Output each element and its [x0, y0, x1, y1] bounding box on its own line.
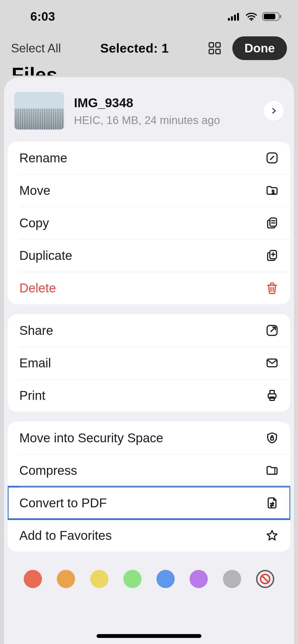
action-group: Move into Security SpaceCompressConvert …	[8, 422, 290, 552]
pencil-square-icon	[265, 151, 279, 165]
file-thumbnail	[14, 92, 64, 130]
archive-icon	[265, 464, 279, 477]
copy-row[interactable]: Copy	[8, 207, 290, 239]
tag-colors-row	[8, 562, 290, 588]
svg-rect-0	[228, 18, 230, 21]
email-row[interactable]: Email	[8, 347, 290, 379]
svg-marker-30	[267, 530, 277, 540]
action-group: ShareEmailPrint	[8, 314, 290, 412]
svg-rect-2	[234, 15, 236, 21]
share-label: Share	[19, 323, 53, 338]
cellular-icon	[228, 12, 241, 21]
print-row[interactable]: Print	[8, 379, 290, 412]
svg-rect-6	[264, 14, 275, 19]
folder-move-icon	[265, 184, 279, 197]
tag-color-6[interactable]	[223, 570, 241, 588]
security-row[interactable]: Move into Security Space	[8, 422, 290, 454]
file-header[interactable]: IMG_9348 HEIC, 16 MB, 24 minutes ago	[8, 89, 290, 142]
move-label: Move	[19, 183, 50, 198]
action-group: RenameMoveCopyDuplicateDelete	[8, 142, 290, 304]
svg-rect-9	[216, 43, 220, 47]
printer-icon	[265, 389, 279, 402]
svg-rect-13	[270, 218, 276, 226]
favorite-row[interactable]: Add to Favorites	[8, 519, 290, 552]
favorite-label: Add to Favorites	[19, 528, 112, 543]
tag-color-4[interactable]	[156, 570, 175, 588]
svg-rect-8	[209, 43, 214, 47]
svg-rect-10	[209, 49, 214, 54]
status-bar: 6:03	[0, 0, 298, 33]
tag-color-0[interactable]	[24, 570, 42, 588]
wifi-icon	[246, 12, 257, 21]
svg-rect-7	[280, 15, 281, 18]
home-indicator	[97, 634, 201, 638]
tag-color-2[interactable]	[90, 570, 108, 588]
svg-rect-3	[237, 13, 239, 21]
view-grid-icon[interactable]	[208, 42, 221, 55]
move-row[interactable]: Move	[8, 174, 290, 207]
tag-color-5[interactable]	[190, 570, 208, 588]
selected-count: Selected: 1	[100, 41, 169, 56]
svg-rect-24	[270, 390, 274, 394]
svg-rect-1	[231, 16, 233, 21]
file-meta: HEIC, 16 MB, 24 minutes ago	[74, 114, 254, 126]
tag-color-1[interactable]	[57, 570, 75, 588]
share-out-icon	[265, 324, 279, 337]
email-label: Email	[19, 355, 51, 370]
duplicate-row[interactable]: Duplicate	[8, 239, 290, 272]
battery-icon	[262, 12, 281, 21]
convert_pdf-row[interactable]: Convert to PDF	[8, 487, 290, 519]
action-sheet: IMG_9348 HEIC, 16 MB, 24 minutes ago Ren…	[4, 77, 294, 644]
svg-rect-11	[216, 49, 220, 54]
print-label: Print	[19, 388, 46, 403]
delete-label: Delete	[19, 281, 56, 295]
doc-plus-icon	[265, 249, 279, 262]
duplicate-label: Duplicate	[19, 248, 72, 263]
envelope-icon	[265, 356, 279, 370]
delete-row[interactable]: Delete	[8, 272, 290, 304]
copy-label: Copy	[19, 215, 49, 230]
rename-label: Rename	[19, 150, 67, 165]
trash-icon	[265, 281, 279, 295]
page-title: Files	[0, 63, 298, 76]
star-icon	[265, 529, 279, 542]
shield-lock-icon	[265, 431, 279, 444]
status-time: 6:03	[30, 10, 55, 23]
done-button[interactable]: Done	[232, 36, 287, 60]
select-all-button[interactable]: Select All	[11, 41, 61, 55]
svg-point-4	[251, 19, 252, 21]
security-label: Move into Security Space	[19, 430, 163, 445]
status-indicators	[228, 12, 281, 21]
file-name: IMG_9348	[74, 95, 254, 110]
selection-toolbar: Select All Selected: 1 Done	[0, 33, 298, 63]
share-row[interactable]: Share	[8, 314, 290, 347]
tag-clear-button[interactable]	[256, 570, 274, 588]
convert_pdf-label: Convert to PDF	[19, 495, 107, 510]
doc-convert-icon	[265, 496, 279, 510]
compress-label: Compress	[19, 463, 77, 478]
file-details-chevron[interactable]	[264, 101, 284, 121]
tag-color-3[interactable]	[123, 570, 142, 588]
rename-row[interactable]: Rename	[8, 142, 290, 174]
doc-copy-icon	[265, 216, 279, 230]
compress-row[interactable]: Compress	[8, 454, 290, 487]
